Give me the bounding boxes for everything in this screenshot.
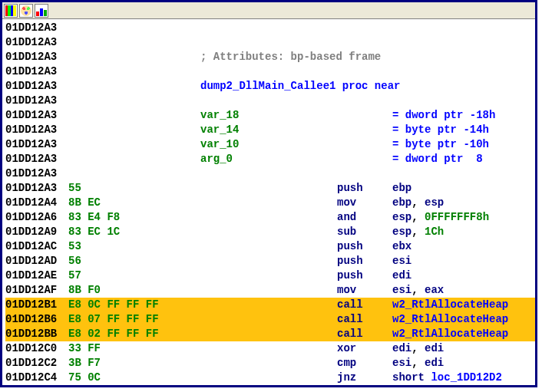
disasm-line[interactable]: 01DD12A3: [5, 35, 535, 50]
opcode-bytes: [68, 108, 200, 123]
disasm-line[interactable]: 01DD12A3arg_0= dword ptr 8: [5, 152, 535, 166]
opcode-bytes: 75 0C: [68, 371, 200, 385]
disasm-line[interactable]: 01DD12AE57pushedi: [5, 268, 535, 283]
address: 01DD12A3: [5, 123, 68, 137]
disasm-line[interactable]: 01DD12C033 FFxoredi, edi: [5, 341, 535, 356]
mnemonic: push: [337, 254, 392, 268]
operands: edi, edi: [392, 341, 535, 356]
mnemonic: cmp: [337, 356, 392, 371]
mid-column: dump2_DllMain_Callee1 proc near: [200, 79, 337, 94]
disasm-line[interactable]: 01DD12A3; Attributes: bp-based frame: [5, 50, 535, 64]
disassembly-window: 01DD12A301DD12A301DD12A3; Attributes: bp…: [0, 0, 537, 387]
mid-column: [200, 312, 337, 327]
operands: esi, edi: [392, 356, 535, 371]
operands: esp, 0FFFFFFF8h: [392, 210, 535, 225]
stripes-icon[interactable]: [4, 4, 18, 18]
mid-column: [200, 210, 337, 225]
operands: short loc_1DD12D2: [392, 371, 535, 385]
address: 01DD12A3: [5, 64, 68, 79]
opcode-bytes: E8 02 FF FF FF: [68, 327, 200, 341]
disasm-line[interactable]: 01DD12AF8B F0movesi, eax: [5, 283, 535, 298]
var-def: = byte ptr -14h: [392, 123, 535, 137]
disasm-line[interactable]: 01DD12BBE8 02 FF FF FFcallw2_RtlAllocate…: [5, 327, 535, 341]
mid-column: [200, 283, 337, 298]
mnemonic: [337, 166, 392, 181]
mnemonic: [337, 35, 392, 50]
address: 01DD12BB: [5, 327, 68, 341]
disasm-line[interactable]: 01DD12A3: [5, 94, 535, 108]
opcode-bytes: 3B F7: [68, 356, 200, 371]
mnemonic: sub: [337, 225, 392, 239]
mid-column: ; Attributes: bp-based frame: [200, 50, 337, 64]
address: 01DD12AC: [5, 239, 68, 254]
address: 01DD12A4: [5, 196, 68, 210]
opcode-bytes: 55: [68, 181, 200, 196]
disasm-line[interactable]: 01DD12C475 0Cjnzshort loc_1DD12D2: [5, 371, 535, 385]
mnemonic: push: [337, 239, 392, 254]
address: 01DD12AD: [5, 254, 68, 268]
disasm-line[interactable]: 01DD12A3: [5, 166, 535, 181]
mid-column: [200, 254, 337, 268]
operands: ebp: [392, 181, 535, 196]
opcode-bytes: [68, 152, 200, 166]
disasm-line[interactable]: 01DD12A355pushebp: [5, 181, 535, 196]
operands: ebx: [392, 239, 535, 254]
chart-icon[interactable]: [35, 4, 48, 18]
opcode-bytes: 56: [68, 254, 200, 268]
disassembly-listing[interactable]: 01DD12A301DD12A301DD12A3; Attributes: bp…: [2, 19, 535, 386]
disasm-line[interactable]: 01DD12A48B ECmovebp, esp: [5, 196, 535, 210]
disasm-line[interactable]: 01DD12A3dump2_DllMain_Callee1 proc near: [5, 79, 535, 94]
mnemonic: [337, 94, 392, 108]
palette-icon[interactable]: [19, 4, 33, 18]
address: 01DD12A9: [5, 225, 68, 239]
disasm-line[interactable]: 01DD12B1E8 0C FF FF FFcallw2_RtlAllocate…: [5, 298, 535, 312]
operands: [392, 64, 535, 79]
opcode-bytes: [68, 50, 200, 64]
disasm-line[interactable]: 01DD12A3var_14= byte ptr -14h: [5, 123, 535, 137]
opcode-bytes: [68, 79, 200, 94]
disasm-line[interactable]: 01DD12A683 E4 F8andesp, 0FFFFFFF8h: [5, 210, 535, 225]
mid-column: [200, 181, 337, 196]
var-def: = byte ptr -10h: [392, 137, 535, 152]
opcode-bytes: [68, 21, 200, 35]
address: 01DD12A3: [5, 50, 68, 64]
disasm-line[interactable]: 01DD12A3: [5, 21, 535, 35]
mid-column: [200, 371, 337, 385]
operands: [392, 94, 535, 108]
mid-column: var_10: [200, 137, 337, 152]
toolbar: [2, 2, 535, 19]
mid-column: [200, 239, 337, 254]
opcode-bytes: [68, 166, 200, 181]
opcode-bytes: [68, 94, 200, 108]
disasm-line[interactable]: 01DD12A3var_18= dword ptr -18h: [5, 108, 535, 123]
mnemonic: mov: [337, 196, 392, 210]
address: 01DD12A3: [5, 181, 68, 196]
disasm-line[interactable]: 01DD12B6E8 07 FF FF FFcallw2_RtlAllocate…: [5, 312, 535, 327]
disasm-line[interactable]: 01DD12A3var_10= byte ptr -10h: [5, 137, 535, 152]
operands: w2_RtlAllocateHeap: [392, 327, 535, 341]
disasm-line[interactable]: 01DD12A983 EC 1Csubesp, 1Ch: [5, 225, 535, 239]
disasm-line[interactable]: 01DD12AD56pushesi: [5, 254, 535, 268]
address: 01DD12A3: [5, 166, 68, 181]
mid-column: var_14: [200, 123, 337, 137]
disasm-line[interactable]: 01DD12C23B F7cmpesi, edi: [5, 356, 535, 371]
address: 01DD12C4: [5, 371, 68, 385]
mnemonic: call: [337, 312, 392, 327]
operands: ebp, esp: [392, 196, 535, 210]
mid-column: [200, 298, 337, 312]
mnemonic: call: [337, 298, 392, 312]
operands: [392, 35, 535, 50]
mnemonic: jnz: [337, 371, 392, 385]
mid-column: [200, 196, 337, 210]
disasm-line[interactable]: 01DD12A3: [5, 64, 535, 79]
mid-column: [200, 21, 337, 35]
opcode-bytes: E8 0C FF FF FF: [68, 298, 200, 312]
opcode-bytes: 53: [68, 239, 200, 254]
address: 01DD12AE: [5, 268, 68, 283]
mid-column: [200, 341, 337, 356]
var-def: = dword ptr -18h: [392, 108, 535, 123]
opcode-bytes: E8 07 FF FF FF: [68, 312, 200, 327]
disasm-line[interactable]: 01DD12AC53pushebx: [5, 239, 535, 254]
operands: esi: [392, 254, 535, 268]
opcode-bytes: 57: [68, 268, 200, 283]
